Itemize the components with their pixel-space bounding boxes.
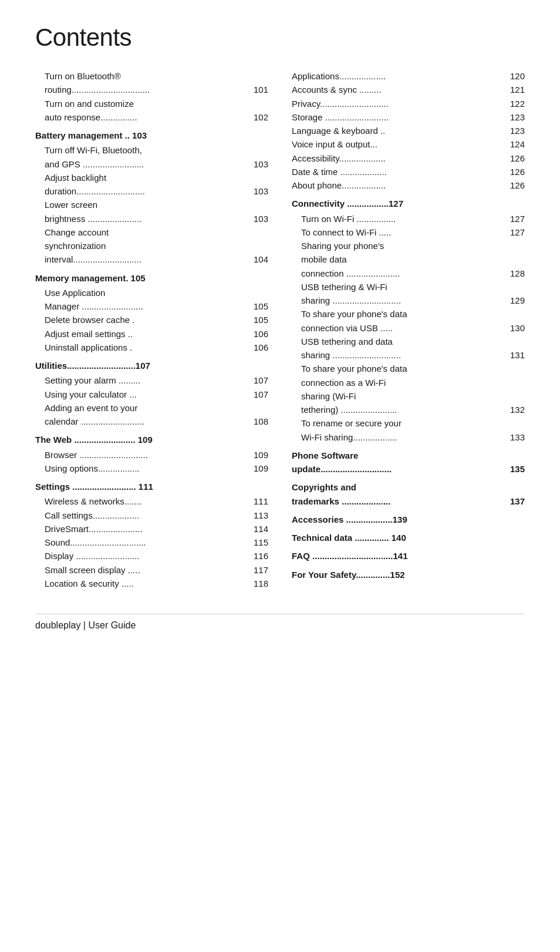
- toc-page: 103: [252, 184, 268, 198]
- toc-label: USB tethering and data: [301, 335, 508, 348]
- toc-item: Utilities............................107: [35, 359, 268, 372]
- toc-item: and GPS .........................103: [35, 157, 268, 171]
- toc-page: 103: [252, 157, 268, 171]
- footer-divider: [35, 614, 525, 614]
- toc-item: Display ..........................116: [35, 549, 268, 563]
- toc-label: connection as a Wi-Fi: [301, 376, 508, 389]
- toc-item: The Web ......................... 109: [35, 433, 268, 446]
- toc-page: 126: [508, 152, 525, 165]
- toc-item: Adding an event to your: [35, 401, 268, 415]
- toc-label: mobile data: [301, 253, 508, 266]
- toc-page: 131: [508, 348, 525, 362]
- toc-label: synchronization: [45, 239, 252, 253]
- toc-label: interval............................: [45, 253, 252, 266]
- toc-label: sharing (Wi-Fi: [301, 389, 508, 403]
- toc-label: routing................................: [45, 83, 252, 96]
- toc-page: 123: [508, 124, 525, 137]
- toc-label: About phone..................: [292, 179, 508, 192]
- toc-page: 130: [508, 321, 525, 335]
- toc-item: Date & time ...................126: [292, 165, 525, 179]
- toc-item: connection ......................128: [292, 267, 525, 280]
- toc-item: duration............................103: [35, 184, 268, 198]
- toc-item: sharing ............................129: [292, 294, 525, 307]
- toc-label: Accessibility...................: [292, 152, 508, 165]
- toc-label: Language & keyboard ..: [292, 124, 508, 137]
- toc-label: Use Application: [45, 286, 252, 300]
- page: Contents Turn on Bluetooth®routing......…: [0, 0, 560, 952]
- toc-page: 111: [252, 494, 268, 508]
- toc-item: Turn on and customize: [35, 97, 268, 110]
- toc-label: Manager .........................: [45, 300, 252, 313]
- toc-item: sharing (Wi-Fi: [292, 389, 525, 403]
- toc-item: Sharing your phone's: [292, 239, 525, 253]
- toc-label: To connect to Wi-Fi .....: [301, 226, 508, 239]
- toc-label: auto response...............: [45, 110, 252, 124]
- toc-page: 106: [252, 341, 268, 354]
- toc-page: 127: [508, 226, 525, 239]
- toc-page: 120: [508, 69, 525, 83]
- toc-page: 105: [252, 313, 268, 327]
- toc-item: brightness ......................103: [35, 212, 268, 226]
- toc-item: Use Application: [35, 286, 268, 300]
- toc-item: Wireless & networks.......111: [35, 494, 268, 508]
- toc-label: Change account: [45, 226, 252, 239]
- right-column: Applications...................120Accoun…: [292, 69, 525, 583]
- toc-item: FAQ .................................141: [292, 549, 525, 563]
- toc-label: Wi-Fi sharing..................: [301, 430, 508, 444]
- toc-item: calendar ..........................108: [35, 415, 268, 428]
- toc-item: Call settings...................113: [35, 509, 268, 522]
- toc-page: 133: [508, 430, 525, 444]
- toc-item: Sound...............................115: [35, 536, 268, 549]
- toc-label: Applications...................: [292, 69, 508, 83]
- toc-item: Location & security .....118: [35, 577, 268, 590]
- toc-label: tethering) .......................: [301, 403, 508, 416]
- toc-item: Turn off Wi-Fi, Bluetooth,: [35, 143, 268, 157]
- toc-label: Date & time ...................: [292, 165, 508, 179]
- toc-item: Technical data .............. 140: [292, 531, 525, 544]
- toc-label: Small screen display .....: [45, 563, 252, 577]
- toc-item: Small screen display .....117: [35, 563, 268, 577]
- toc-item: Phone Softwareupdate....................…: [292, 449, 525, 476]
- toc-page: 114: [252, 522, 268, 536]
- toc-page: 117: [252, 563, 268, 577]
- toc-label: and GPS .........................: [45, 157, 252, 171]
- toc-label: calendar ..........................: [45, 415, 252, 428]
- toc-label: Adjust backlight: [45, 171, 252, 184]
- toc-item: Battery management .. 103: [35, 129, 268, 142]
- toc-item: Browser ............................109: [35, 448, 268, 462]
- toc-label: brightness ......................: [45, 212, 252, 226]
- toc-item: Lower screen: [35, 198, 268, 211]
- toc-label: Setting your alarm .........: [45, 374, 252, 387]
- toc-label: To share your phone's data: [301, 307, 508, 321]
- toc-label: Turn on Bluetooth®: [45, 69, 252, 83]
- toc-label: Storage ..........................: [292, 110, 508, 124]
- toc-label: Sound...............................: [45, 536, 252, 549]
- toc-item: Accessibility...................126: [292, 152, 525, 165]
- toc-label: duration............................: [45, 184, 252, 198]
- toc-label: sharing ............................: [301, 294, 508, 307]
- toc-item: To share your phone's data: [292, 307, 525, 321]
- toc-page: 101: [252, 83, 268, 96]
- toc-label: Voice input & output...: [292, 137, 508, 151]
- toc-label: Privacy............................: [292, 97, 508, 110]
- toc-label: Sharing your phone's: [301, 239, 508, 253]
- toc-label: sharing ............................: [301, 348, 508, 362]
- toc-label: Wireless & networks.......: [45, 494, 252, 508]
- toc-page: 104: [252, 253, 268, 266]
- toc-label: Call settings...................: [45, 509, 252, 522]
- toc-item: Applications...................120: [292, 69, 525, 83]
- toc-item: sharing ............................131: [292, 348, 525, 362]
- toc-item: Accounts & sync .........121: [292, 83, 525, 96]
- toc-item: To share your phone's data: [292, 362, 525, 375]
- toc-item: Change account: [35, 226, 268, 239]
- toc-item: Using your calculator ...107: [35, 388, 268, 401]
- toc-page: 103: [252, 212, 268, 226]
- toc-item: Copyrights andtrademarks ...............…: [292, 480, 525, 508]
- toc-page: 129: [508, 294, 525, 307]
- toc-label: To rename or secure your: [301, 416, 508, 430]
- footer-text: doubleplay | User Guide: [35, 620, 136, 631]
- toc-item: routing................................1…: [35, 83, 268, 96]
- toc-page: 102: [252, 110, 268, 124]
- toc-page: 109: [252, 448, 268, 462]
- toc-item: interval............................104: [35, 253, 268, 266]
